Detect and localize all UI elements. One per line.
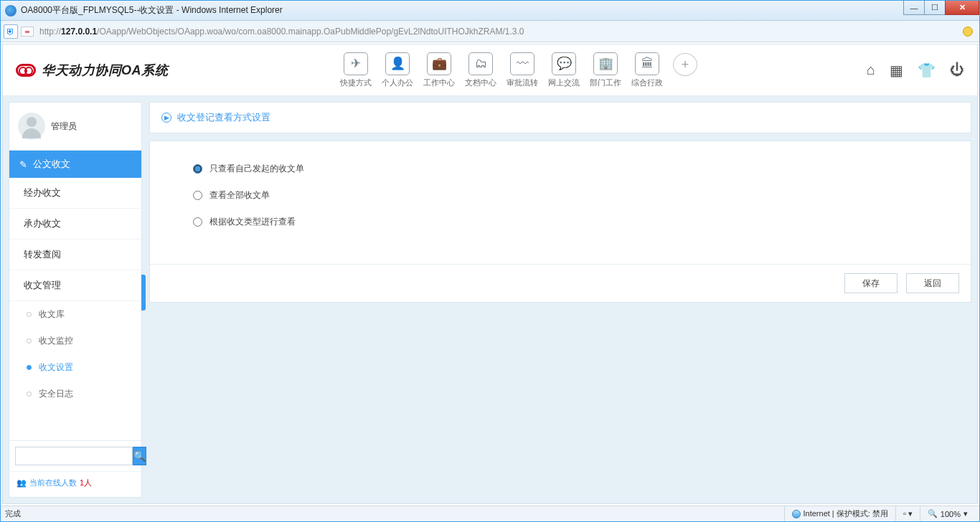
logo-text: 华天动力协同OA系统: [42, 62, 168, 79]
shield-icon[interactable]: ⛨: [4, 24, 18, 39]
option-label: 查看全部收文单: [209, 189, 270, 201]
panel-title: ▶ 收文登记查看方式设置: [150, 103, 971, 133]
minimize-button[interactable]: —: [903, 1, 925, 15]
logo-icon: [16, 64, 36, 77]
sub-item-label: 收文设置: [39, 361, 73, 374]
site-favicon: ∞: [21, 27, 34, 37]
option-radio[interactable]: [193, 191, 202, 200]
status-safety[interactable]: ▫ ▾: [895, 506, 920, 521]
nav-item-3[interactable]: 🗂文档中心: [465, 52, 496, 88]
menu-item-0[interactable]: 经办收文: [9, 178, 141, 209]
menu-item-2[interactable]: 转发查阅: [9, 239, 141, 270]
apps-icon[interactable]: ▦: [890, 62, 903, 79]
nav-item-4[interactable]: 〰审批流转: [507, 52, 538, 88]
nav-label: 网上交流: [548, 77, 580, 88]
group-icon: ✎: [19, 159, 27, 170]
maximize-button[interactable]: ☐: [924, 1, 946, 15]
url-field[interactable]: http://127.0.0.1/OAapp/WebObjects/OAapp.…: [37, 27, 956, 37]
status-bar: 完成 Internet | 保护模式: 禁用 ▫ ▾ 🔍 100% ▾: [1, 506, 979, 521]
nav-icon: 🏛: [635, 52, 659, 75]
titlebar: OA8000平台版_FPLMYSQL5--收文设置 - Windows Inte…: [1, 1, 979, 21]
title-panel: ▶ 收文登记查看方式设置: [149, 102, 971, 133]
url-prefix: http://: [39, 27, 61, 37]
status-done: 完成: [5, 508, 21, 519]
sub-item-label: 安全日志: [39, 388, 73, 400]
ie-icon: [5, 5, 17, 16]
back-button[interactable]: 返回: [906, 273, 959, 293]
sub-item-1[interactable]: 收文监控: [9, 328, 141, 354]
menu-item-3[interactable]: 收文管理: [9, 270, 141, 301]
option-0[interactable]: 只查看自己发起的收文单: [193, 163, 928, 175]
nav-label: 综合行政: [631, 77, 663, 88]
app-logo: 华天动力协同OA系统: [16, 62, 168, 79]
nav-icon: 〰: [510, 52, 534, 75]
plus-icon: +: [673, 53, 697, 76]
status-internet: Internet | 保护模式: 禁用: [784, 506, 895, 521]
sub-item-3[interactable]: 安全日志: [9, 381, 141, 407]
nav-label: 部门工作: [590, 77, 621, 88]
user-name: 管理员: [51, 120, 77, 133]
option-1[interactable]: 查看全部收文单: [193, 189, 928, 201]
dot-icon: [27, 392, 32, 397]
options-body: 只查看自己发起的收文单查看全部收文单根据收文类型进行查看: [150, 141, 971, 264]
option-label: 只查看自己发起的收文单: [209, 163, 304, 175]
form-panel: 只查看自己发起的收文单查看全部收文单根据收文类型进行查看 保存 返回: [149, 141, 971, 303]
theme-icon[interactable]: 👕: [918, 62, 936, 79]
menu-item-1[interactable]: 承办收文: [9, 209, 141, 239]
nav-label: 工作中心: [423, 77, 455, 88]
nav-item-0[interactable]: ✈快捷方式: [340, 52, 372, 88]
nav-label: 审批流转: [507, 77, 538, 88]
nav-item-1[interactable]: 👤个人办公: [382, 52, 413, 88]
main-area: ▶ 收文登记查看方式设置 只查看自己发起的收文单查看全部收文单根据收文类型进行查…: [149, 102, 971, 498]
app-body: 管理员 ✎ 公文收文 经办收文承办收文转发查阅收文管理 收文库收文监控收文设置安…: [3, 96, 977, 503]
nav-item-2[interactable]: 💼工作中心: [423, 52, 455, 88]
save-button[interactable]: 保存: [844, 273, 897, 293]
dot-icon: [27, 312, 32, 317]
option-radio[interactable]: [193, 217, 202, 227]
nav-icon: 🗂: [468, 52, 493, 75]
online-number: 1人: [80, 478, 92, 488]
search-button[interactable]: 🔍: [133, 447, 146, 465]
search-input[interactable]: [15, 447, 133, 465]
arrow-icon: ▶: [161, 113, 171, 123]
window-title: OA8000平台版_FPLMYSQL5--收文设置 - Windows Inte…: [21, 4, 283, 16]
header-right: ⌂ ▦ 👕 ⏻: [867, 62, 964, 79]
sidebar-handle[interactable]: [141, 275, 146, 310]
option-2[interactable]: 根据收文类型进行查看: [193, 216, 928, 228]
sub-item-2[interactable]: 收文设置: [9, 354, 141, 381]
option-label: 根据收文类型进行查看: [209, 216, 296, 228]
top-nav: ✈快捷方式👤个人办公💼工作中心🗂文档中心〰审批流转💬网上交流🏢部门工作🏛综合行政: [340, 52, 663, 88]
status-zoom[interactable]: 🔍 100% ▾: [920, 506, 975, 521]
option-radio[interactable]: [193, 164, 202, 174]
nav-item-6[interactable]: 🏢部门工作: [590, 52, 621, 88]
power-icon[interactable]: ⏻: [950, 62, 964, 79]
url-path: /OAapp/WebObjects/OAapp.woa/wo/com.oa800…: [97, 27, 524, 37]
window-controls: — ☐ ✕: [904, 1, 979, 15]
sub-item-label: 收文监控: [39, 335, 73, 347]
home-icon[interactable]: ⌂: [867, 62, 875, 79]
menu-group[interactable]: ✎ 公文收文: [9, 151, 141, 178]
addr-indicator[interactable]: [959, 24, 976, 39]
app-frame: 华天动力协同OA系统 ✈快捷方式👤个人办公💼工作中心🗂文档中心〰审批流转💬网上交…: [2, 44, 978, 504]
online-label: 当前在线人数: [29, 478, 77, 488]
users-icon: 👥: [17, 478, 27, 488]
nav-label: 快捷方式: [340, 77, 372, 88]
nav-icon: ✈: [344, 52, 368, 75]
avatar: [18, 113, 45, 140]
nav-label: 个人办公: [382, 77, 413, 88]
sub-item-0[interactable]: 收文库: [9, 301, 141, 328]
nav-add[interactable]: +: [673, 53, 697, 87]
compat-icon: [963, 27, 973, 37]
online-count: 👥 当前在线人数 1人: [9, 471, 141, 497]
nav-icon: 💼: [427, 52, 451, 75]
nav-item-5[interactable]: 💬网上交流: [548, 52, 580, 88]
close-button[interactable]: ✕: [945, 1, 979, 15]
sub-item-label: 收文库: [39, 308, 65, 321]
nav-label: 文档中心: [465, 77, 496, 88]
nav-icon: 💬: [552, 52, 576, 75]
panel-footer: 保存 返回: [150, 264, 971, 302]
dot-icon: [27, 365, 32, 370]
user-block: 管理员: [9, 103, 141, 151]
nav-item-7[interactable]: 🏛综合行政: [631, 52, 663, 88]
panel-title-text: 收文登记查看方式设置: [177, 111, 270, 124]
